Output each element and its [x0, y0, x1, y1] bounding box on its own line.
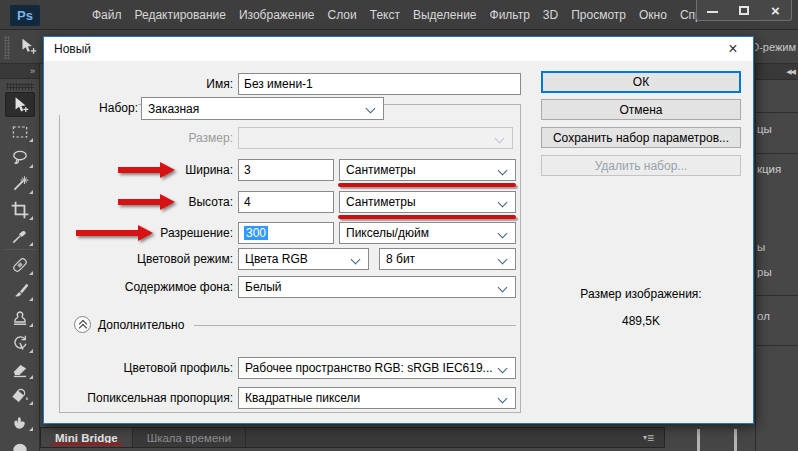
close-window-button[interactable]: ×	[760, 0, 791, 20]
height-input[interactable]: 4	[238, 191, 334, 213]
paint-bucket-tool[interactable]	[5, 382, 35, 407]
minimize-icon	[707, 11, 718, 13]
resolution-input[interactable]: 300	[238, 222, 334, 244]
flyout-indicator	[29, 323, 33, 327]
move-tool[interactable]	[5, 92, 35, 117]
chevron-down-icon	[498, 364, 508, 374]
advanced-divider	[194, 325, 516, 326]
crop-tool[interactable]	[5, 197, 35, 222]
window-controls: ×	[696, 0, 792, 21]
lasso-tool[interactable]	[5, 145, 35, 170]
rectangular-marquee-tool[interactable]	[5, 119, 35, 144]
preset-dropdown[interactable]: Заказная	[141, 97, 384, 120]
resolution-unit-value: Пикселы/дюйм	[346, 226, 429, 240]
smudge-tool[interactable]	[5, 408, 35, 433]
dialog-close-button[interactable]: ×	[716, 37, 750, 61]
collapse-panels-button[interactable]: ◀◀	[756, 64, 798, 80]
healing-brush-tool[interactable]	[5, 252, 35, 277]
chevron-down-icon	[351, 255, 361, 265]
height-unit-dropdown[interactable]: Сантиметры	[339, 191, 516, 213]
bit-depth-dropdown[interactable]: 8 бит	[379, 248, 516, 270]
chevron-down-icon	[498, 394, 508, 404]
flyout-indicator	[29, 242, 33, 246]
tools-panel-gripper[interactable]	[6, 83, 34, 90]
annotation-underline-width-unit	[338, 183, 516, 187]
menu-type[interactable]: Текст	[370, 8, 400, 22]
brush-tool[interactable]	[5, 278, 35, 303]
chevron-down-icon	[495, 134, 505, 144]
panel-tab-fragment[interactable]: ол	[757, 310, 770, 322]
photoshop-logo: Ps	[10, 5, 40, 26]
color-mode-value: Цвета RGB	[245, 252, 308, 266]
color-profile-dropdown[interactable]: Рабочее пространство RGB: sRGB IEC619...	[238, 357, 516, 379]
panel-tab-fragment[interactable]: ы	[757, 241, 765, 253]
panel-divider	[756, 153, 798, 154]
preset-label: Набор:	[53, 101, 138, 115]
advanced-collapse-button[interactable]	[74, 316, 91, 333]
color-profile-label: Цветовой профиль:	[53, 361, 233, 375]
name-value: Без имени-1	[244, 77, 313, 91]
menu-filter[interactable]: Фильтр	[490, 8, 530, 22]
clone-stamp-tool[interactable]	[5, 304, 35, 329]
menu-window[interactable]: Окно	[639, 8, 667, 22]
image-size-info: Размер изображения: 489,5K	[541, 287, 741, 328]
panel-tab-fragment[interactable]: кция	[757, 163, 781, 175]
photoshop-window: Ps Файл Редактирование Изображение Слои …	[0, 0, 798, 451]
advanced-label: Дополнительно	[98, 318, 184, 332]
background-contents-value: Белый	[245, 280, 281, 294]
menu-select[interactable]: Выделение	[413, 8, 477, 22]
minimize-button[interactable]	[697, 0, 728, 20]
name-input[interactable]: Без имени-1	[238, 73, 521, 95]
chevron-down-icon	[498, 198, 508, 208]
menu-view[interactable]: Просмотр	[571, 8, 626, 22]
maximize-button[interactable]	[728, 0, 759, 20]
flyout-indicator	[29, 349, 33, 353]
eraser-tool[interactable]	[5, 356, 35, 381]
panel-menu-icon[interactable]: ▾≡	[643, 431, 654, 445]
panel-tab-fragment[interactable]: цы	[757, 123, 772, 135]
quick-selection-tool[interactable]	[5, 171, 35, 196]
color-mode-label: Цветовой режим:	[53, 252, 233, 266]
annotation-arrow-resolution	[76, 225, 153, 241]
ok-button[interactable]: ОК	[541, 71, 741, 93]
color-mode-dropdown[interactable]: Цвета RGB	[238, 248, 369, 270]
height-unit-value: Сантиметры	[346, 195, 416, 209]
tab-timeline[interactable]: Шкала времени	[133, 428, 247, 447]
panel-edge-sliver	[697, 429, 700, 451]
flyout-indicator	[29, 138, 33, 142]
save-preset-button[interactable]: Сохранить набор параметров...	[541, 127, 741, 148]
eyedropper-tool[interactable]	[5, 223, 35, 248]
resolution-unit-dropdown[interactable]: Пикселы/дюйм	[339, 222, 516, 244]
tools-panel-header[interactable]: »	[0, 64, 40, 79]
menu-edit[interactable]: Редактирование	[135, 8, 226, 22]
dodge-tool[interactable]	[5, 434, 35, 451]
menu-file[interactable]: Файл	[92, 8, 122, 22]
cancel-button[interactable]: Отмена	[541, 99, 741, 120]
flyout-indicator	[29, 375, 33, 379]
pixel-aspect-ratio-dropdown[interactable]: Квадратные пиксели	[238, 387, 516, 409]
tab-mini-bridge[interactable]: Mini Bridge	[41, 428, 133, 447]
menu-layers[interactable]: Слои	[328, 8, 357, 22]
menu-bar: Ps Файл Редактирование Изображение Слои …	[0, 0, 798, 30]
bottom-panel-bar: Mini Bridge Шкала времени ▾≡	[40, 427, 665, 448]
width-unit-dropdown[interactable]: Сантиметры	[339, 159, 516, 181]
width-input[interactable]: 3	[238, 159, 334, 181]
background-contents-dropdown[interactable]: Белый	[238, 276, 516, 298]
panel-divider	[756, 345, 798, 346]
right-panel-dock: ◀◀ цы кция ы ры ол	[755, 64, 798, 451]
annotation-arrow-width	[118, 162, 175, 178]
history-brush-tool[interactable]	[5, 330, 35, 355]
close-icon: ×	[771, 3, 780, 18]
menu-image[interactable]: Изображение	[239, 8, 315, 22]
tab-label: Mini Bridge	[55, 432, 118, 444]
width-value: 3	[244, 163, 251, 177]
menu-3d[interactable]: 3D	[543, 8, 558, 22]
annotation-underline-height-unit	[338, 215, 516, 219]
width-unit-value: Сантиметры	[346, 163, 416, 177]
pixel-aspect-ratio-value: Квадратные пиксели	[245, 391, 360, 405]
bit-depth-value: 8 бит	[386, 252, 415, 266]
background-contents-label: Содержимое фона:	[53, 280, 233, 294]
dialog-titlebar[interactable]: Новый ×	[44, 37, 753, 61]
new-document-dialog: Новый × Имя: Без имени-1 ОК Отмена Сохра…	[43, 36, 754, 424]
panel-tab-fragment[interactable]: ры	[757, 266, 772, 278]
